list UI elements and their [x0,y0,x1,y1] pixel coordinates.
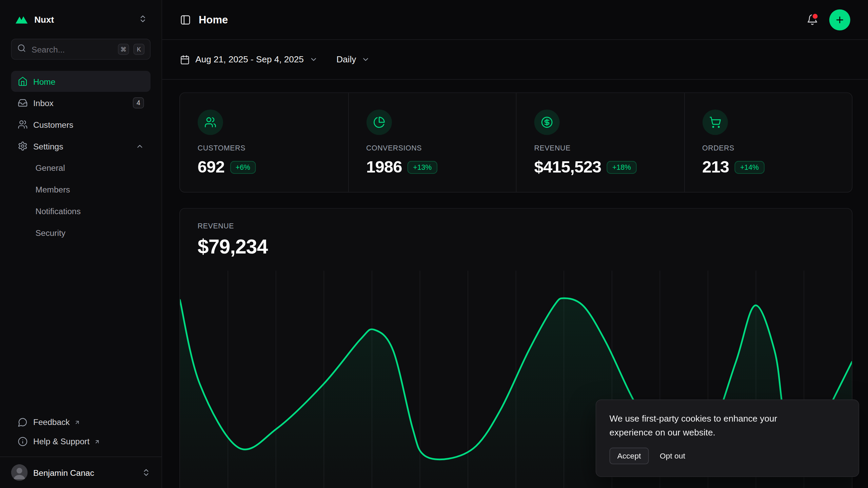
sidebar-item-general[interactable]: General [11,157,151,178]
pie-chart-icon [366,109,392,135]
accept-button[interactable]: Accept [610,448,649,464]
kbd-cmd: ⌘ [118,44,129,55]
notifications-button[interactable] [807,14,818,25]
search-input[interactable] [31,44,114,55]
chevron-down-icon [362,55,370,63]
page-header: Home [162,0,868,40]
sidebar-item-settings[interactable]: Settings [11,136,151,157]
nuxt-logo-icon [14,13,28,27]
sidebar-item-label: Inbox [33,98,54,108]
sidebar-child-label: General [35,163,65,172]
message-bubble-icon [18,417,27,427]
gear-icon [18,141,27,151]
sidebar-item-members[interactable]: Members [11,179,151,200]
header-actions [807,9,850,30]
stats-row: CUSTOMERS 692 +6% CONVERSIONS 1986 +13% [179,93,852,193]
opt-out-button[interactable]: Opt out [660,448,685,464]
stat-label: CUSTOMERS [198,144,330,152]
sidebar-item-customers[interactable]: Customers [11,114,151,135]
sidebar-spacer [11,243,151,412]
date-range-label: Aug 21, 2025 - Sep 4, 2025 [195,55,304,64]
page-title: Home [199,14,228,26]
stat-card-conversions[interactable]: CONVERSIONS 1986 +13% [348,93,516,192]
stat-card-customers[interactable]: CUSTOMERS 692 +6% [180,93,348,192]
chevron-up-icon [136,142,144,150]
inbox-count-badge: 4 [133,97,144,108]
filter-toolbar: Aug 21, 2025 - Sep 4, 2025 Daily [162,40,868,80]
main-area: Home Aug 21, 2025 - Sep 4, 2025 [162,0,868,488]
stat-value: $415,523 [534,158,601,177]
stat-value: 213 [702,158,729,177]
search-input-wrap: ⌘ K [11,39,151,60]
help-support-label: Help & Support [33,436,90,446]
cookie-message: We use first-party cookies to enhance yo… [610,412,801,440]
sidebar-item-inbox[interactable]: Inbox 4 [11,93,151,114]
period-label: Daily [336,55,356,64]
avatar [11,464,28,481]
info-circle-icon [18,436,27,446]
stat-delta-badge: +13% [408,161,437,174]
external-link-icon [94,437,100,447]
stat-card-orders[interactable]: ORDERS 213 +14% [684,93,852,192]
sidebar-child-label: Members [35,184,70,194]
chevrons-up-down-icon [142,468,151,477]
app: Nuxt ⌘ K Home [0,0,868,488]
inbox-icon [18,98,27,108]
home-icon [18,76,27,86]
sidebar-item-label: Settings [33,141,63,151]
add-button[interactable] [829,9,850,30]
stat-value: 692 [198,158,224,177]
workspace-name: Nuxt [34,15,54,25]
dollar-circle-icon [534,109,560,135]
period-select[interactable]: Daily [336,55,370,64]
sidebar-main: Nuxt ⌘ K Home [0,0,162,456]
users-icon [18,120,27,129]
stat-delta-badge: +14% [735,161,765,174]
sidebar-item-notifications[interactable]: Notifications [11,200,151,221]
stat-delta-badge: +18% [607,161,637,174]
sidebar-item-security[interactable]: Security [11,222,151,243]
users-icon [198,109,223,135]
chevron-down-icon [309,55,317,63]
cookie-actions: Accept Opt out [610,448,846,464]
search-icon [17,44,26,55]
panel-left-icon[interactable] [180,14,191,25]
revenue-chart-header: REVENUE $79,234 [180,209,852,259]
stat-label: ORDERS [702,144,834,152]
chevrons-up-down-icon [138,14,147,25]
revenue-label: REVENUE [198,222,834,230]
stat-label: REVENUE [534,144,666,152]
sidebar-item-label: Customers [33,120,73,129]
kbd-k: K [133,44,144,55]
sidebar-child-label: Notifications [35,206,80,216]
user-name: Benjamin Canac [33,468,94,477]
stat-delta-badge: +6% [230,161,256,174]
sidebar-child-label: Security [35,228,65,237]
notification-dot [811,13,818,20]
cookie-banner: We use first-party cookies to enhance yo… [596,400,859,477]
user-menu[interactable]: Benjamin Canac [0,456,162,488]
plus-icon [835,15,845,24]
sidebar-item-label: Home [33,77,55,86]
sidebar-item-home[interactable]: Home [11,71,151,92]
date-range-picker[interactable]: Aug 21, 2025 - Sep 4, 2025 [180,55,318,64]
external-link-icon [74,418,80,427]
feedback-link[interactable]: Feedback [11,412,151,431]
stat-value: 1986 [366,158,402,177]
feedback-label: Feedback [33,417,70,427]
shopping-cart-icon [702,109,728,135]
stat-label: CONVERSIONS [366,144,498,152]
help-support-link[interactable]: Help & Support [11,431,151,451]
workspace-switcher[interactable]: Nuxt [11,10,151,30]
stat-card-revenue[interactable]: REVENUE $415,523 +18% [516,93,684,192]
revenue-total: $79,234 [198,235,834,259]
sidebar: Nuxt ⌘ K Home [0,0,162,488]
sidebar-nav: Home Inbox 4 Customers [11,71,151,243]
calendar-icon [180,55,190,64]
